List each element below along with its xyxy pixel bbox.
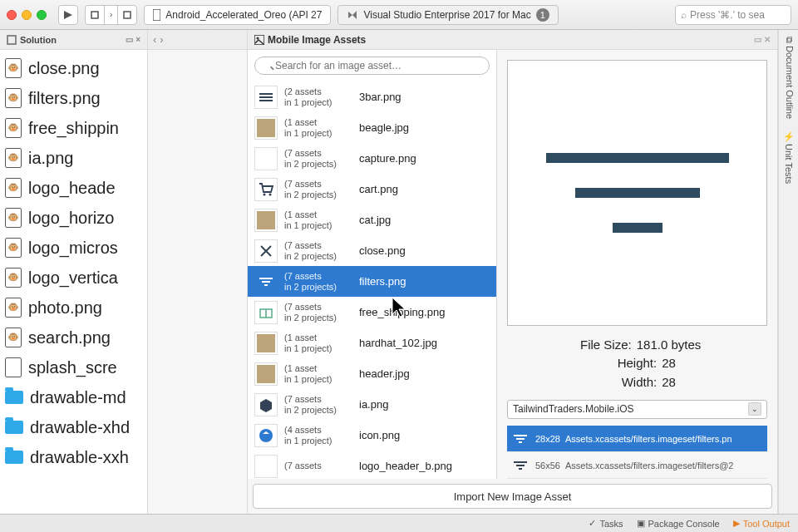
error-count-badge[interactable]: 1 [536, 8, 549, 22]
zoom-window-icon[interactable] [37, 10, 47, 20]
asset-row[interactable]: (1 assetin 1 project)header.jpg [248, 358, 496, 389]
solution-item-label: logo_horizo [28, 209, 114, 228]
project-selector[interactable]: TailwindTraders.Mobile.iOS ⌄ [507, 400, 767, 419]
image-icon [254, 35, 264, 45]
solution-item-label: photo.png [28, 298, 102, 318]
solution-item-label: close.png [28, 59, 100, 78]
asset-row[interactable]: (1 assetin 1 project)hardhat_102.jpg [248, 328, 496, 358]
status-package-console[interactable]: ▣Package Console [637, 518, 720, 529]
status-tasks[interactable]: ✓Tasks [589, 518, 623, 529]
minimize-window-icon[interactable] [22, 10, 32, 20]
nav-back-icon[interactable]: ‹ [153, 33, 156, 46]
nav-fwd-icon[interactable]: › [160, 33, 163, 46]
solution-item[interactable]: ia.png [5, 143, 147, 173]
solution-folder[interactable]: drawable-xhd [5, 412, 147, 442]
solution-tree[interactable]: close.pngfilters.pngfree_shippinia.pnglo… [0, 50, 147, 472]
asset-row[interactable]: (7 assetslogo_header_b.png [248, 451, 496, 479]
config-device-icon[interactable] [118, 6, 136, 24]
asset-row[interactable]: (1 assetin 1 project)beagle.jpg [248, 112, 496, 143]
solution-item[interactable]: logo_vertica [5, 263, 147, 293]
folder-icon [5, 391, 23, 404]
asset-row[interactable]: (4 assetsin 1 project)icon.png [248, 420, 496, 451]
result-thumb [510, 456, 530, 475]
run-button[interactable] [58, 5, 78, 25]
solution-item[interactable]: photo.png [5, 293, 147, 323]
solution-item[interactable]: filters.png [5, 83, 147, 113]
pad-buttons[interactable]: ▭ × [126, 35, 140, 44]
asset-search[interactable] [254, 57, 490, 75]
solution-item[interactable]: logo_heade [5, 173, 147, 203]
asset-filename: free_shipping.png [359, 306, 445, 318]
solution-folder[interactable]: drawable-md [5, 382, 147, 412]
asset-meta: (1 assetin 1 project) [284, 363, 352, 383]
asset-meta: (1 assetin 1 project) [284, 117, 352, 137]
solution-item-label: ia.png [28, 149, 74, 168]
solution-item-label: filters.png [28, 89, 101, 108]
breadcrumb[interactable]: ‹ › [148, 30, 247, 50]
solution-item[interactable]: logo_micros [5, 233, 147, 263]
global-search[interactable]: ⌕ Press '⌘.' to sea [675, 5, 791, 25]
asset-meta: (7 assetsin 2 projects) [284, 179, 352, 199]
result-dim: 56x56 [535, 461, 560, 470]
solution-item[interactable]: search.png [5, 323, 147, 352]
pane-controls[interactable]: ▭ ✕ [754, 35, 771, 44]
assets-header: Mobile Image Assets ▭ ✕ [248, 30, 777, 50]
config-debug-icon[interactable] [86, 6, 105, 24]
file-icon [5, 178, 22, 198]
run-target-chip[interactable]: Android_Accelerated_Oreo (API 27 [144, 5, 331, 25]
solution-item[interactable]: splash_scre [5, 352, 147, 382]
solution-folder[interactable]: drawable-xxh [5, 442, 147, 472]
center-status-chip[interactable]: Visual Studio Enterprise 2017 for Mac 1 [337, 5, 558, 25]
result-row[interactable]: 28x28Assets.xcassets/filters.imageset/fi… [507, 426, 767, 452]
main: Solution ▭ × close.pngfilters.pngfree_sh… [0, 30, 798, 514]
asset-search-input[interactable] [254, 57, 490, 75]
asset-thumb [254, 147, 278, 170]
asset-thumb [254, 301, 278, 324]
asset-result-list[interactable]: 28x28Assets.xcassets/filters.imageset/fi… [507, 426, 767, 479]
asset-meta: (7 assetsin 2 projects) [284, 271, 352, 291]
solution-folder-label: drawable-xhd [30, 418, 130, 437]
asset-filename: cart.png [359, 183, 398, 195]
asset-list[interactable]: (2 assetsin 1 project)3bar.png(1 assetin… [248, 81, 496, 479]
close-window-icon[interactable] [7, 10, 17, 20]
result-row[interactable]: 56x56Assets.xcassets/filters.imageset/fi… [507, 452, 767, 479]
asset-filename: hardhat_102.jpg [359, 337, 437, 349]
solution-item-label: search.png [28, 328, 111, 347]
chevron-right-icon: › [105, 6, 118, 24]
asset-thumb [254, 116, 278, 140]
asset-filename: header.jpg [359, 367, 410, 380]
solution-folder-label: drawable-md [30, 388, 126, 407]
unit-tests-tab[interactable]: ⚡ Unit Tests [782, 131, 795, 184]
run-target-label: Android_Accelerated_Oreo (API 27 [165, 9, 322, 21]
file-icon [5, 298, 22, 318]
asset-meta: (7 assetsin 2 projects) [284, 394, 352, 414]
file-icon [5, 357, 22, 377]
solution-item[interactable]: free_shippin [5, 113, 147, 143]
asset-preview-panel: File Size:181.0 bytes Height:28 Width:28… [497, 50, 777, 479]
solution-item[interactable]: logo_horizo [5, 203, 147, 233]
project-selector-label: TailwindTraders.Mobile.iOS [513, 403, 634, 415]
assets-title: Mobile Image Assets [268, 34, 366, 46]
solution-item-label: logo_vertica [28, 268, 118, 288]
solution-item[interactable]: close.png [5, 53, 147, 83]
status-tool-output[interactable]: ▶Tool Output [733, 518, 790, 529]
doc-outline-tab[interactable]: ⧉ Document Outline [782, 37, 795, 119]
import-button[interactable]: Import New Image Asset [253, 484, 772, 509]
asset-row[interactable]: (7 assetsin 2 projects)free_shipping.png [248, 297, 496, 328]
asset-row[interactable]: (7 assetsin 2 projects)ia.png [248, 389, 496, 420]
asset-row[interactable]: (7 assetsin 2 projects)capture.png [248, 143, 496, 174]
svg-marker-0 [64, 11, 72, 19]
asset-thumb [254, 362, 278, 386]
image-preview [507, 60, 767, 326]
svg-rect-21 [257, 334, 275, 352]
phone-icon [153, 9, 160, 21]
asset-row[interactable]: (7 assetsin 2 projects)close.png [248, 235, 496, 266]
editor-breadcrumb-pane: ‹ › [148, 30, 248, 514]
asset-row[interactable]: (2 assetsin 1 project)3bar.png [248, 81, 496, 112]
terminal-icon: ▣ [637, 518, 645, 529]
asset-row[interactable]: (1 assetin 1 project)cat.jpg [248, 204, 496, 235]
config-segmented[interactable]: › [85, 5, 137, 25]
asset-row[interactable]: (7 assetsin 2 projects)cart.png [248, 174, 496, 204]
asset-row[interactable]: (7 assetsin 2 projects)filters.png [248, 266, 496, 297]
search-icon: ⌕ [681, 9, 687, 21]
